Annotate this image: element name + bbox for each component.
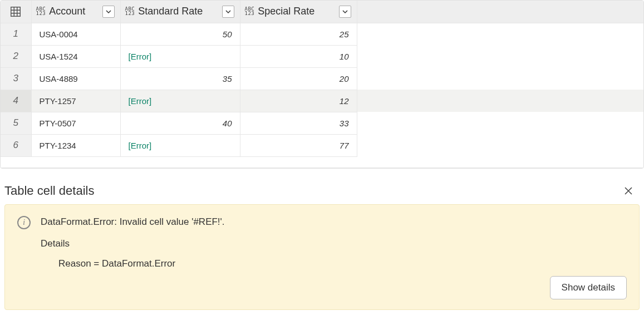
cell-empty bbox=[357, 112, 643, 134]
cell-standard-rate[interactable]: 35 bbox=[120, 67, 240, 90]
cell-account[interactable]: PTY-0507 bbox=[31, 112, 120, 134]
cell-standard-rate[interactable]: [Error] bbox=[120, 90, 240, 112]
cell-standard-rate[interactable]: 50 bbox=[120, 23, 240, 45]
row-index[interactable]: 6 bbox=[1, 134, 31, 156]
table-icon bbox=[9, 6, 22, 18]
table-row[interactable]: 2USA-1524[Error]10 bbox=[1, 45, 643, 67]
show-details-button[interactable]: Show details bbox=[550, 276, 627, 299]
table-row[interactable]: 6PTY-1234[Error]77 bbox=[1, 134, 643, 156]
chevron-down-icon bbox=[106, 9, 111, 14]
row-index[interactable]: 4 bbox=[1, 90, 31, 112]
error-reason: Reason = DataFormat.Error bbox=[41, 257, 225, 271]
cell-empty bbox=[357, 67, 643, 90]
cell-account[interactable]: USA-0004 bbox=[31, 23, 120, 45]
close-icon bbox=[624, 186, 633, 195]
cell-account[interactable]: PTY-1234 bbox=[31, 134, 120, 156]
cell-special-rate[interactable]: 77 bbox=[240, 134, 357, 156]
table-corner[interactable] bbox=[1, 1, 31, 23]
cell-special-rate[interactable]: 25 bbox=[240, 23, 357, 45]
column-header-standard-rate[interactable]: Standard Rate bbox=[120, 1, 240, 23]
column-header-special-rate[interactable]: Special Rate bbox=[240, 1, 357, 23]
cell-empty bbox=[357, 134, 643, 156]
table-row[interactable]: 5PTY-05074033 bbox=[1, 112, 643, 134]
column-label: Standard Rate bbox=[138, 6, 203, 17]
cell-standard-rate[interactable]: [Error] bbox=[120, 45, 240, 67]
info-icon bbox=[17, 216, 31, 229]
details-label: Details bbox=[41, 237, 225, 251]
cell-special-rate[interactable]: 33 bbox=[240, 112, 357, 134]
cell-standard-rate[interactable]: [Error] bbox=[120, 134, 240, 156]
cell-empty bbox=[357, 90, 643, 112]
type-any-icon bbox=[36, 7, 46, 16]
column-header-empty bbox=[357, 1, 643, 23]
cell-special-rate[interactable]: 10 bbox=[240, 45, 357, 67]
cell-special-rate[interactable]: 12 bbox=[240, 90, 357, 112]
table-row[interactable]: 3USA-48893520 bbox=[1, 67, 643, 90]
row-index[interactable]: 1 bbox=[1, 23, 31, 45]
row-index[interactable]: 5 bbox=[1, 112, 31, 134]
chevron-down-icon bbox=[225, 9, 231, 14]
cell-empty bbox=[357, 23, 643, 45]
cell-empty bbox=[357, 45, 643, 67]
data-grid: Account Standard Rate bbox=[0, 0, 644, 169]
details-body: DataFormat.Error: Invalid cell value '#R… bbox=[4, 204, 640, 310]
chevron-down-icon bbox=[342, 9, 348, 14]
cell-account[interactable]: USA-1524 bbox=[31, 45, 120, 67]
column-label: Account bbox=[49, 6, 85, 17]
row-index[interactable]: 2 bbox=[1, 45, 31, 67]
table-row[interactable]: 4PTY-1257[Error]12 bbox=[1, 90, 643, 112]
svg-rect-0 bbox=[11, 7, 21, 17]
cell-account[interactable]: PTY-1257 bbox=[31, 90, 120, 112]
empty-row bbox=[1, 156, 643, 168]
column-header-account[interactable]: Account bbox=[31, 1, 120, 23]
type-any-icon bbox=[245, 7, 255, 16]
close-button[interactable] bbox=[621, 183, 636, 199]
type-any-icon bbox=[125, 7, 135, 16]
cell-details-panel: Table cell details DataFormat.Error: Inv… bbox=[0, 183, 644, 314]
panel-title: Table cell details bbox=[4, 184, 94, 198]
filter-button-account[interactable] bbox=[102, 6, 115, 18]
table-row[interactable]: 1USA-00045025 bbox=[1, 23, 643, 45]
cell-standard-rate[interactable]: 40 bbox=[120, 112, 240, 134]
filter-button-special-rate[interactable] bbox=[339, 6, 351, 18]
cell-account[interactable]: USA-4889 bbox=[31, 67, 120, 90]
row-index[interactable]: 3 bbox=[1, 67, 31, 90]
filter-button-standard-rate[interactable] bbox=[222, 6, 234, 18]
column-label: Special Rate bbox=[258, 6, 314, 17]
error-message: DataFormat.Error: Invalid cell value '#R… bbox=[41, 215, 225, 229]
cell-special-rate[interactable]: 20 bbox=[240, 67, 357, 90]
